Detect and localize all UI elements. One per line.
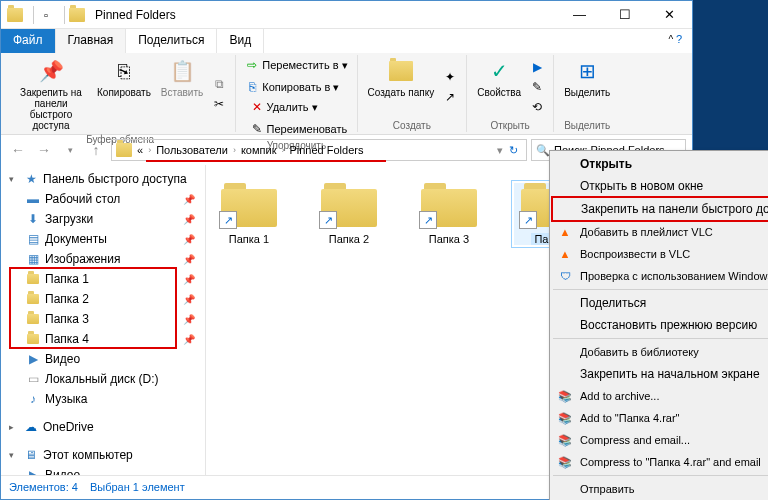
qat-properties-icon[interactable]: ▫ [38,7,54,23]
navigation-pane: ▾★Панель быстрого доступа ▬Рабочий стол📌… [1,165,206,475]
tab-share[interactable]: Поделиться [126,29,217,53]
delete-button[interactable]: ✕Удалить ▾ [247,97,351,117]
ctx-vlc-play[interactable]: ▲Воспроизвести в VLC [552,243,768,265]
shortcut-icon: ↗ [519,211,537,229]
window-title: Pinned Folders [95,8,557,22]
ctx-vlc-playlist[interactable]: ▲Добавить в плейлист VLC [552,221,768,243]
ctx-pin-start[interactable]: Закрепить на начальном экране [552,363,768,385]
cut-button[interactable]: ✂ [209,94,229,114]
status-count: Элементов: 4 [9,481,78,493]
ctx-compress-email[interactable]: 📚Compress and email... [552,429,768,451]
ctx-add-rar[interactable]: 📚Add to "Папка 4.rar" [552,407,768,429]
new-folder-button[interactable]: Создать папку [364,55,439,119]
edit-button[interactable]: ✎ [527,77,547,97]
search-icon: 🔍 [536,144,550,157]
sidebar-music[interactable]: ♪Музыка [1,389,205,409]
titlebar: ▫ Pinned Folders — ☐ ✕ [1,1,692,29]
ctx-defender-scan[interactable]: 🛡Проверка с использованием Windows Defe [552,265,768,287]
sidebar-downloads[interactable]: ⬇Загрузки📌 [1,209,205,229]
copy-path-button[interactable]: ⧉ [209,74,229,94]
select-button[interactable]: ⊞ Выделить [560,55,614,119]
sidebar-documents[interactable]: ▤Документы📌 [1,229,205,249]
ctx-open[interactable]: Открыть [552,153,768,175]
vlc-icon: ▲ [557,246,573,262]
ctx-pin-quickaccess[interactable]: Закрепить на панели быстрого доступа [551,196,768,222]
back-button[interactable]: ← [7,139,29,161]
qat-folder-icon[interactable] [69,7,85,23]
maximize-button[interactable]: ☐ [602,1,647,29]
scissors-icon: ✂ [212,97,226,111]
copy-icon: ⎘ [110,57,138,85]
new-folder-icon [387,57,415,85]
breadcrumb-users[interactable]: Пользователи [153,144,231,156]
folder-1[interactable]: ↗ Папка 1 [214,183,284,245]
paste-button[interactable]: 📋 Вставить [157,55,207,133]
winrar-icon: 📚 [557,410,573,426]
status-selected: Выбран 1 элемент [90,481,185,493]
folder-icon [116,143,132,157]
ribbon-toggle[interactable]: ^ ? [658,29,692,53]
vlc-icon: ▲ [557,224,573,240]
ctx-compress-rar-email[interactable]: 📚Compress to "Папка 4.rar" and email [552,451,768,473]
winrar-icon: 📚 [557,388,573,404]
copy-button[interactable]: ⎘ Копировать [93,55,155,133]
history-button[interactable]: ⟲ [527,97,547,117]
shortcut-icon: ↗ [219,211,237,229]
up-button[interactable]: ↑ [85,139,107,161]
sidebar-thispc[interactable]: ▾🖥Этот компьютер [1,445,205,465]
ribbon-tabs: Файл Главная Поделиться Вид ^ ? [1,29,692,53]
highlight-pinned-folders [9,267,177,349]
paste-icon: 📋 [168,57,196,85]
ctx-share[interactable]: Поделиться [552,292,768,314]
ribbon: 📌 Закрепить на панели быстрого доступа ⎘… [1,53,692,135]
close-button[interactable]: ✕ [647,1,692,29]
dropdown-icon[interactable]: ▾ [497,144,503,157]
breadcrumb-current[interactable]: Pinned Folders [286,144,366,156]
refresh-icon[interactable]: ↻ [509,144,518,157]
tab-file[interactable]: Файл [1,29,56,53]
breadcrumb-user[interactable]: компик [238,144,280,156]
address-bar[interactable]: «› Пользователи› компик› Pinned Folders … [111,139,527,161]
sidebar-pictures[interactable]: ▦Изображения📌 [1,249,205,269]
shortcut-icon: ↗ [319,211,337,229]
pin-quickaccess-button[interactable]: 📌 Закрепить на панели быстрого доступа [11,55,91,133]
winrar-icon: 📚 [557,432,573,448]
minimize-button[interactable]: — [557,1,602,29]
tab-view[interactable]: Вид [217,29,264,53]
folder-2[interactable]: ↗ Папка 2 [314,183,384,245]
rename-button[interactable]: ✎Переименовать [247,119,351,139]
open-button[interactable]: ▶ [527,57,547,77]
ctx-add-archive[interactable]: 📚Add to archive... [552,385,768,407]
easy-access-button[interactable]: ↗ [440,87,460,107]
sidebar-desktop[interactable]: ▬Рабочий стол📌 [1,189,205,209]
sidebar-quickaccess[interactable]: ▾★Панель быстрого доступа [1,169,205,189]
new-item-button[interactable]: ✦ [440,67,460,87]
sidebar-video2[interactable]: ▶Видео [1,465,205,475]
copy-to-button[interactable]: ⎘Копировать в ▾ [242,77,350,97]
sidebar-video[interactable]: ▶Видео [1,349,205,369]
move-to-button[interactable]: ⇨Переместить в ▾ [242,55,350,75]
tab-home[interactable]: Главная [56,29,127,53]
forward-button[interactable]: → [33,139,55,161]
shortcut-icon: ↗ [419,211,437,229]
select-all-icon: ⊞ [573,57,601,85]
context-menu: Открыть Открыть в новом окне Закрепить н… [549,150,768,500]
ctx-restore[interactable]: Восстановить прежнюю версию [552,314,768,336]
properties-icon: ✓ [485,57,513,85]
sidebar-onedrive[interactable]: ▸☁OneDrive [1,417,205,437]
folder-icon [7,7,23,23]
winrar-icon: 📚 [557,454,573,470]
ctx-add-library[interactable]: Добавить в библиотеку▶ [552,341,768,363]
pin-icon: 📌 [37,57,65,85]
properties-button[interactable]: ✓ Свойства [473,55,525,119]
ctx-open-new-window[interactable]: Открыть в новом окне [552,175,768,197]
folder-3[interactable]: ↗ Папка 3 [414,183,484,245]
sidebar-diskd[interactable]: ▭Локальный диск (D:) [1,369,205,389]
history-dropdown[interactable]: ▾ [59,139,81,161]
shield-icon: 🛡 [557,268,573,284]
ctx-send-to[interactable]: Отправить▶ [552,478,768,500]
